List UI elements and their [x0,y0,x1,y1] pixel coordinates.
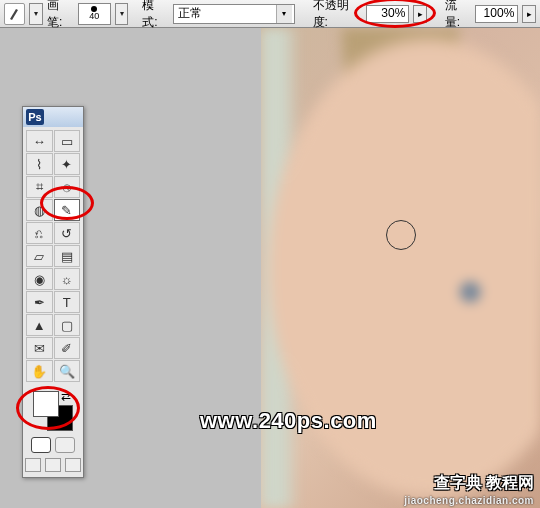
watermark-right1: 查字典 教程网 [434,473,534,494]
flow-input[interactable]: 100% [475,5,518,23]
screen-mode-2[interactable] [45,458,61,472]
blur-tool[interactable]: ◉ [26,268,53,290]
dodge-tool[interactable]: ☼ [54,268,81,290]
brush-tool-highlight [40,186,94,220]
magic-wand-tool[interactable]: ✦ [54,153,81,175]
path-selection-tool[interactable]: ▲ [26,314,53,336]
lasso-tool[interactable]: ⌇ [26,153,53,175]
document-canvas[interactable] [261,28,540,508]
screen-switch-row [23,455,83,477]
edit-standard-mode[interactable] [31,437,51,453]
brush-preview[interactable]: 40 [78,3,111,25]
screen-mode-3[interactable] [65,458,81,472]
edit-quickmask-mode[interactable] [55,437,75,453]
watermark-center: www.240ps.com [200,408,377,434]
current-tool-icon[interactable] [4,3,25,25]
move-tool[interactable]: ↔ [26,130,53,152]
eyedropper-tool[interactable]: ✐ [54,337,81,359]
screen-mode-row [23,435,83,455]
marquee-tool[interactable]: ▭ [54,130,81,152]
brush-size-value: 40 [89,12,99,21]
tool-grid: ↔▭⌇✦⌗⎋◍✎⎌↺▱▤◉☼✒T▲▢✉✐✋🔍 [23,127,83,385]
pen-tool[interactable]: ✒ [26,291,53,313]
eraser-tool[interactable]: ▱ [26,245,53,267]
ps-logo-icon: Ps [26,109,44,125]
notes-tool[interactable]: ✉ [26,337,53,359]
type-tool[interactable]: T [54,291,81,313]
tools-panel-title[interactable]: Ps [23,107,83,127]
watermark-right2: jiaocheng.chazidian.com [404,495,534,506]
options-bar: ▾ 画笔: 40 ▾ 模式: 正常 ▾ 不透明度: 30% ▸ 流量: 100%… [0,0,540,28]
mode-value: 正常 [176,5,276,22]
mode-combo[interactable]: 正常 ▾ [173,4,295,24]
clone-stamp-tool[interactable]: ⎌ [26,222,53,244]
mode-dropdown-icon: ▾ [276,5,292,23]
shape-tool[interactable]: ▢ [54,314,81,336]
hand-tool[interactable]: ✋ [26,360,53,382]
mode-label: 模式: [142,0,169,31]
screen-mode-1[interactable] [25,458,41,472]
zoom-tool[interactable]: 🔍 [54,360,81,382]
brush-cursor-icon [386,220,416,250]
flow-label: 流量: [445,0,472,31]
flow-flyout[interactable]: ▸ [522,5,536,23]
gradient-tool[interactable]: ▤ [54,245,81,267]
brush-dropdown[interactable]: ▾ [115,3,129,25]
brush-label: 画笔: [47,0,74,31]
workspace: Ps ↔▭⌇✦⌗⎋◍✎⎌↺▱▤◉☼✒T▲▢✉✐✋🔍 ⇄ www.240ps.co… [0,28,540,508]
swatches-highlight [16,386,80,430]
tool-preset-dropdown[interactable]: ▾ [29,3,43,25]
image-content [261,28,540,508]
history-brush-tool[interactable]: ↺ [54,222,81,244]
